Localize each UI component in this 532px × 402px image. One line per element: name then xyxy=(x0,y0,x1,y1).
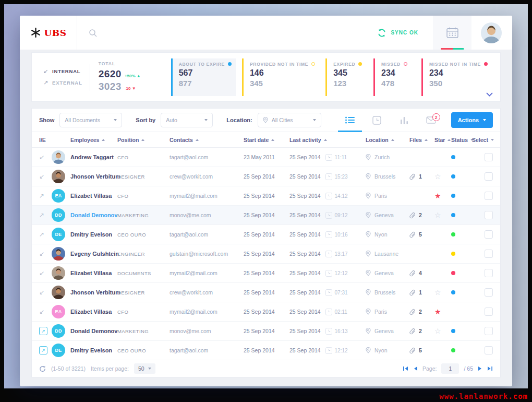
files-cell[interactable]: 2 xyxy=(409,328,434,335)
ubs-logo[interactable]: UBS xyxy=(20,16,77,50)
files-cell[interactable]: 5 xyxy=(409,231,434,238)
table-row[interactable]: ↙Jhonson VerbitumDESIGNERcrew@workit.com… xyxy=(32,283,500,302)
position: DOCUMENTS xyxy=(117,270,170,276)
employee-name: Donald Demonov xyxy=(70,212,117,218)
prev-page-button[interactable] xyxy=(413,366,418,371)
column-header-select[interactable]: Select xyxy=(472,137,493,143)
column-header-i-e[interactable]: I/E xyxy=(39,137,70,143)
star-icon[interactable]: ☆ xyxy=(434,173,441,180)
files-cell[interactable]: 4 xyxy=(409,270,434,277)
stat-card-provided-not-in-time[interactable]: PROVIDED NOT IN TIME146345 xyxy=(242,58,319,96)
clock-icon xyxy=(372,116,381,125)
star-icon[interactable]: ★ xyxy=(434,308,441,315)
row-checkbox[interactable] xyxy=(485,192,493,200)
stats-collapse-button[interactable] xyxy=(486,89,493,99)
schedule-view-button[interactable] xyxy=(364,109,391,132)
column-header-files[interactable]: Files xyxy=(409,137,434,143)
status-dot-icon xyxy=(311,62,315,66)
last-activity-time: 12:12 xyxy=(335,348,348,353)
stat-card-about-to-expire[interactable]: ABOUT TO EXPIRE567877 xyxy=(171,58,236,96)
star-icon[interactable]: ★ xyxy=(434,192,441,199)
search-area[interactable] xyxy=(77,29,377,37)
column-header-location[interactable]: Location xyxy=(366,137,409,143)
files-cell[interactable]: 5 xyxy=(409,347,434,354)
pin-icon xyxy=(366,289,371,295)
row-checkbox[interactable] xyxy=(485,172,493,181)
table-row[interactable]: ↙Jhonson VerbitumDESIGNERcrew@workit.com… xyxy=(32,167,500,186)
table-row[interactable]: ↙Andrew TaggartCFOtagart@aol.com23 May 2… xyxy=(32,148,500,167)
documents-filter-select[interactable]: All Documents xyxy=(59,113,122,127)
row-checkbox[interactable] xyxy=(485,211,493,219)
calendar-button[interactable] xyxy=(433,16,471,50)
refresh-button[interactable] xyxy=(39,365,46,372)
page-input[interactable] xyxy=(441,363,459,374)
files-cell[interactable]: 2 xyxy=(409,212,434,219)
last-page-button[interactable] xyxy=(487,366,493,371)
stat-card-expired[interactable]: EXPIRED345123 xyxy=(325,58,367,96)
first-page-button[interactable] xyxy=(403,366,408,371)
location-select[interactable]: All Cities xyxy=(258,113,321,127)
star-icon[interactable]: ☆ xyxy=(434,327,441,335)
actions-button[interactable]: Actions xyxy=(451,112,493,128)
table-row[interactable]: ↗DDDonald DemonovMARKETINGmonov@me.com25… xyxy=(32,322,500,341)
column-header-contacts[interactable]: Contacts xyxy=(170,137,244,143)
pin-icon xyxy=(366,347,371,353)
stat-card-missed[interactable]: MISSED234478 xyxy=(373,58,415,96)
mail-view-button[interactable]: 2 xyxy=(418,109,445,132)
location-label: Location: xyxy=(226,117,252,123)
column-header-position[interactable]: Position xyxy=(117,137,170,143)
external-toggle[interactable]: ↗ EXTERNAL xyxy=(43,79,82,86)
chart-view-button[interactable] xyxy=(391,109,418,132)
table-row[interactable]: ↗DEDmitry EvelsonCEO OUROtagart@aol.com2… xyxy=(32,341,500,360)
row-checkbox[interactable] xyxy=(485,308,493,316)
sync-status[interactable]: SYNC OK xyxy=(377,29,418,37)
stat-card-missed-not-in-time[interactable]: MISSED NOT IN TIME234350 xyxy=(421,58,492,96)
table-row[interactable]: ↙EAElizabet VillasaCFOmymail2@mail.com25… xyxy=(32,302,500,322)
row-checkbox[interactable] xyxy=(485,250,493,258)
row-checkbox[interactable] xyxy=(485,230,493,239)
internal-toggle[interactable]: ↙ INTERNAL xyxy=(43,68,82,75)
star-icon[interactable]: ☆ xyxy=(434,211,441,219)
table-row[interactable]: ↗DDDonald DemonovMARKETINGmonov@me.com25… xyxy=(32,206,500,225)
column-header-star[interactable]: Star xyxy=(434,137,451,143)
external-link-icon[interactable]: ↗ xyxy=(39,327,47,335)
next-page-button[interactable] xyxy=(478,366,482,371)
time-icon xyxy=(325,289,332,296)
column-label: Employees xyxy=(70,137,99,143)
row-checkbox[interactable] xyxy=(485,269,493,277)
row-checkbox[interactable] xyxy=(485,153,493,161)
documents-filter-value: All Documents xyxy=(65,117,110,123)
files-cell[interactable]: 1 xyxy=(409,289,434,296)
row-checkbox[interactable] xyxy=(485,346,493,354)
table-footer: (1-50 of 3221) Items per page: 50 xyxy=(32,360,500,377)
table-row[interactable]: ↙Elizabet VillasaDOCUMENTSmymail2@mail.c… xyxy=(32,264,500,283)
stat-cards: ABOUT TO EXPIRE567877PROVIDED NOT IN TIM… xyxy=(165,58,492,96)
external-link-icon[interactable]: ↗ xyxy=(39,346,47,354)
column-header-employees[interactable]: Employees xyxy=(70,137,117,143)
column-header-last-activity[interactable]: Last activity xyxy=(289,137,366,143)
items-per-page-select[interactable]: 50 xyxy=(134,363,155,374)
sort-down-icon xyxy=(491,139,494,141)
sort-select[interactable]: Auto xyxy=(161,113,213,127)
list-view-button[interactable] xyxy=(336,109,364,132)
files-cell[interactable]: 1 xyxy=(409,173,434,180)
stat-card-value-primary: 567 xyxy=(179,68,232,79)
sort-up-icon xyxy=(324,139,327,141)
column-header-start-date[interactable]: Start date xyxy=(244,137,289,143)
status-dot xyxy=(451,348,455,352)
pin-icon xyxy=(366,154,371,160)
star-icon[interactable]: ☆ xyxy=(434,289,441,296)
refresh-icon xyxy=(39,365,46,372)
internal-arrow-icon: ↙ xyxy=(39,289,44,296)
row-checkbox[interactable] xyxy=(485,327,493,335)
row-checkbox[interactable] xyxy=(485,288,493,297)
search-input[interactable] xyxy=(102,29,259,37)
user-avatar[interactable] xyxy=(481,22,502,43)
column-header-status[interactable]: Status xyxy=(451,137,472,143)
table-row[interactable]: ↗EAElizabet VillasaCFOmymail2@mail.com25… xyxy=(32,186,500,206)
last-activity-date: 25 Sep 2014 xyxy=(289,251,321,257)
table-row[interactable]: ↗DEDmitry EvelsonCEO OUROtagart@aol.com2… xyxy=(32,225,500,244)
table-row[interactable]: ↙Evgeny GulshteinENGINEERgulstain@micros… xyxy=(32,244,500,264)
avatar-photo xyxy=(52,286,65,299)
files-cell[interactable]: 2 xyxy=(409,309,434,315)
